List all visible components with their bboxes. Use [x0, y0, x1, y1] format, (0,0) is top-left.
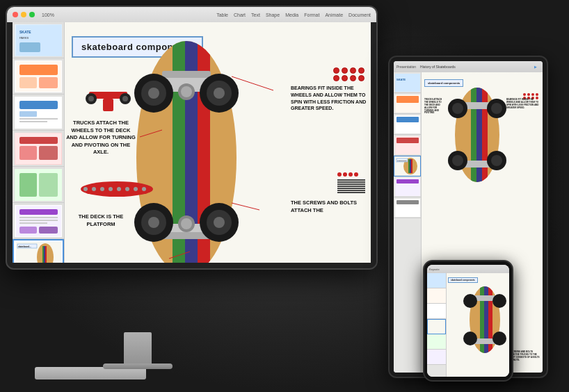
svg-rect-14	[19, 137, 58, 144]
bearing-dot-8	[358, 75, 364, 81]
slide-thumb-5[interactable]	[13, 167, 64, 203]
screw-dot-1	[337, 172, 342, 177]
shape-icon[interactable]: Shape	[266, 13, 280, 17]
screw-line-3	[337, 183, 365, 185]
bearing-dot-5	[333, 75, 339, 81]
svg-rect-90	[411, 159, 412, 173]
svg-point-64	[181, 218, 192, 229]
iphone-slide-3[interactable]	[427, 304, 446, 319]
ipad-slide-1[interactable]: SKATE	[394, 72, 421, 93]
svg-rect-21	[19, 209, 58, 215]
screw-line-7	[337, 192, 365, 193]
svg-rect-9	[19, 101, 58, 109]
svg-rect-6	[19, 77, 37, 88]
slide-preview-4	[15, 133, 62, 165]
iphone-skateboard	[460, 281, 509, 358]
svg-rect-96	[396, 200, 419, 204]
screw-line-4	[337, 186, 365, 187]
ipad-bearing-dot-2	[527, 93, 530, 96]
iphone-slide-6[interactable]	[427, 350, 446, 365]
minimize-button[interactable]	[21, 12, 26, 17]
iphone-slide-2[interactable]	[427, 288, 446, 304]
iphone-slide-4[interactable]	[427, 319, 446, 334]
slide-thumb-3[interactable]	[13, 95, 64, 131]
screw-line-1	[337, 179, 365, 181]
animate-label[interactable]: Animate	[325, 13, 343, 17]
svg-rect-94	[396, 179, 419, 183]
bearing-dot-4	[358, 67, 364, 74]
ipad-slide-5[interactable]: skateboard...	[394, 156, 421, 177]
iphone-slide-1[interactable]	[427, 273, 446, 288]
svg-point-72	[100, 187, 104, 191]
text-icon[interactable]: Text	[251, 13, 260, 17]
ipad-slide-6[interactable]	[394, 177, 421, 197]
ipad-play-button[interactable]: ▶	[534, 65, 537, 69]
svg-rect-88	[408, 159, 410, 173]
ipad-slide-7[interactable]	[394, 197, 421, 218]
screw-dot-2	[343, 172, 347, 177]
toolbar-icons: Table Chart Text Shape Media Format Anim…	[216, 13, 371, 17]
svg-point-62	[214, 217, 225, 228]
slide-thumb-6[interactable]	[13, 203, 64, 239]
bearing-dot-7	[350, 75, 356, 81]
svg-point-77	[142, 187, 146, 191]
svg-point-118	[463, 294, 477, 308]
ipad-toolbar: Presentation History of Skateboards ▶	[394, 61, 543, 72]
svg-point-71	[92, 187, 96, 191]
deck-shape	[79, 179, 148, 197]
slide-preview-5	[15, 169, 62, 201]
ipad-bearings-annotation: BEARINGS FIT INSIDE THE WHEELS AND ALLOW…	[506, 99, 541, 110]
iphone-slide-5[interactable]	[427, 334, 446, 350]
svg-point-104	[452, 103, 463, 114]
ipad-bearing-dot-3	[531, 93, 534, 96]
bearing-dots	[333, 67, 365, 81]
zoom-level: 100%	[42, 13, 54, 17]
screw-dot-4	[354, 172, 358, 177]
slide-thumb-7[interactable]: skateboard...	[13, 239, 64, 263]
ipad-bearing-dot-1	[523, 93, 526, 96]
svg-point-75	[125, 187, 129, 191]
svg-point-37	[88, 96, 94, 101]
svg-rect-7	[39, 77, 58, 88]
document-label[interactable]: Document	[348, 13, 371, 17]
screw-line-2	[337, 181, 365, 183]
ipad-slide-3[interactable]	[394, 114, 421, 135]
bearings-annotation: BEARINGS FIT INSIDE THE WHEELS AND ALLOW…	[291, 85, 367, 112]
svg-rect-11	[19, 118, 58, 120]
iphone-toolbar: Keynote	[427, 265, 509, 273]
ipad-slide-4[interactable]	[394, 135, 421, 156]
iphone-screen: Keynote skateboard components	[427, 265, 509, 377]
screw-dots	[337, 172, 365, 193]
svg-point-74	[117, 187, 121, 191]
media-icon[interactable]: Media	[285, 13, 298, 17]
slide-thumb-4[interactable]	[13, 131, 64, 167]
svg-rect-15	[19, 146, 37, 160]
monitor-stand-base	[103, 364, 173, 369]
format-label[interactable]: Format	[304, 13, 319, 17]
svg-rect-10	[19, 111, 37, 117]
svg-text:skateboard...: skateboard...	[397, 160, 408, 162]
iphone-slide-panel	[427, 273, 447, 377]
svg-point-73	[109, 187, 113, 191]
svg-text:SKATE: SKATE	[19, 30, 31, 34]
svg-point-119	[492, 294, 506, 308]
bearing-dot-2	[342, 67, 348, 74]
svg-point-59	[148, 217, 159, 228]
slide-thumb-1[interactable]: SKATE PARKS	[13, 22, 64, 58]
svg-rect-101	[482, 86, 488, 183]
slide-preview-2	[15, 60, 62, 92]
table-icon[interactable]: Table	[216, 13, 228, 17]
ipad-slide-2[interactable]	[394, 93, 421, 114]
chart-icon[interactable]: Chart	[234, 13, 246, 17]
screws-annotation: THE SCREWS AND BOLTS ATTACH THE	[291, 199, 367, 214]
iphone-main-canvas: skateboard components	[447, 273, 509, 377]
slide-preview-6	[15, 205, 62, 237]
bearing-dot-3	[350, 67, 356, 74]
monitor-stand	[124, 332, 152, 367]
svg-rect-23	[19, 220, 58, 221]
svg-rect-85	[396, 138, 419, 143]
slide-thumb-2[interactable]	[13, 58, 64, 95]
close-button[interactable]	[13, 12, 18, 17]
maximize-button[interactable]	[29, 12, 35, 17]
slide-preview-7: skateboard...	[15, 241, 62, 263]
